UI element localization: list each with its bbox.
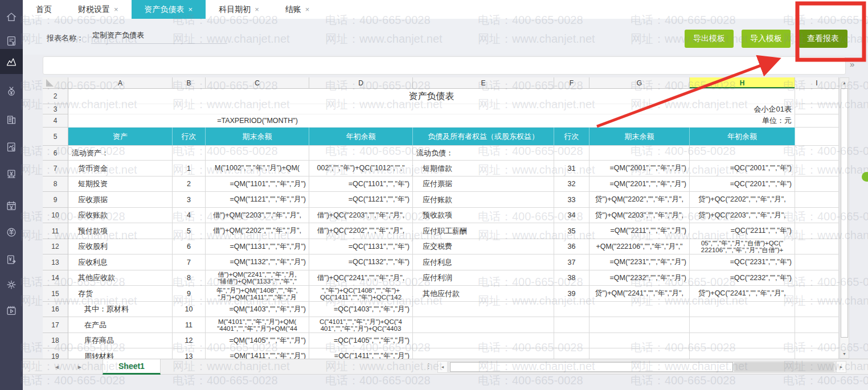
cell-A16[interactable]: 其中：原材料 [68, 302, 173, 317]
cell-G10[interactable]: 贷")+QM("2203","","年","月", [589, 208, 690, 223]
cell-E10[interactable]: 预收款项 [413, 208, 554, 223]
cell-A19[interactable]: 周转材料 [68, 348, 173, 359]
cell-G15[interactable]: 贷")+QM("2241","","年","月", [589, 286, 690, 302]
cell-H14[interactable]: =QC("2232","","年") [690, 270, 795, 286]
row-header-10[interactable]: 10 [43, 208, 68, 223]
cell-D5[interactable]: 年初余额 [309, 128, 413, 146]
row-header-15[interactable]: 15 [43, 286, 68, 302]
row-header-18[interactable]: 18 [43, 333, 68, 348]
cell-H15[interactable]: 贷")+QC("2241","","年","月", [690, 286, 795, 302]
cell-B5[interactable]: 行次 [173, 128, 206, 146]
cell-B16[interactable]: 10 [173, 302, 206, 317]
sidebar-item-tax[interactable] [0, 220, 23, 245]
cell-F11[interactable]: 35 [554, 223, 589, 239]
cell-E14[interactable]: 应付利润 [413, 270, 554, 286]
cell-H17[interactable] [690, 317, 795, 333]
row-header-16[interactable]: 16 [43, 302, 68, 317]
cell-I7[interactable] [795, 161, 839, 176]
cell-A11[interactable]: 预付款项 [68, 223, 173, 239]
cell-E9[interactable]: 应付账款 [413, 192, 554, 208]
cell-A17[interactable]: 在产品 [68, 317, 173, 333]
select-all-corner[interactable] [43, 77, 68, 89]
cell-F17[interactable] [554, 317, 589, 333]
row-header-9[interactable]: 9 [43, 192, 68, 208]
row-header-5[interactable]: 5 [43, 128, 68, 146]
cell-G12[interactable]: +QM("222106","","年","月"," [589, 239, 690, 254]
cell-H11[interactable]: =QC("2211","","年") [690, 223, 795, 239]
cell-E12[interactable]: 应交税费 [413, 239, 554, 254]
column-header-F[interactable]: F [554, 77, 589, 89]
cell-C13[interactable]: =QM("1132","","年","月") [206, 254, 309, 270]
cell-C10[interactable]: 借")+QM("2203","","年","月", [206, 208, 309, 223]
sheet-nav-left-icon[interactable]: ◄ [54, 359, 60, 375]
cell-E15[interactable]: 其他应付款 [413, 286, 554, 302]
sidebar-item-home[interactable] [0, 5, 23, 30]
cell-B14[interactable]: 8 [173, 270, 206, 286]
cell-G7[interactable]: =QM("2001","","年","月") [589, 161, 690, 176]
cell-E19[interactable] [413, 348, 554, 359]
cell-F10[interactable]: 34 [554, 208, 589, 223]
row-header-17[interactable]: 17 [43, 317, 68, 333]
cell-A10[interactable]: 应收账款 [68, 208, 173, 223]
cell-B10[interactable]: 4 [173, 208, 206, 223]
formula-input[interactable] [43, 56, 846, 75]
cell-G11[interactable]: =QM("2211","","年","月") [589, 223, 690, 239]
sidebar-item-statements[interactable] [0, 134, 23, 159]
export-template-button[interactable]: 导出模板 [685, 30, 734, 48]
row-header-14[interactable]: 14 [43, 270, 68, 286]
cell-C19[interactable]: =QM("1411","","年","月") [206, 348, 309, 359]
cell-I15[interactable] [795, 286, 839, 302]
report-name-input[interactable] [91, 27, 227, 44]
row-header-4[interactable]: 4 [43, 114, 68, 128]
cell-D8[interactable]: =QC("1101","","年") [309, 176, 413, 192]
cell-D7[interactable]: 002","","年")+QC("1012",""," [309, 161, 413, 176]
cell-C16[interactable]: =QM("1403","","年","月") [206, 302, 309, 317]
cell-A15[interactable]: 存货 [68, 286, 173, 302]
row-header-11[interactable]: 11 [43, 223, 68, 239]
cell-A8[interactable]: 短期投资 [68, 176, 173, 192]
close-tab-icon[interactable]: × [114, 5, 118, 14]
cell-D10[interactable]: 借")+QC("2203","","年","月", [309, 208, 413, 223]
cell-D18[interactable]: =QC("1405","","年","月") [309, 333, 413, 348]
cell-D9[interactable]: =QC("1121","","年") [309, 192, 413, 208]
cell-H16[interactable] [690, 302, 795, 317]
sidebar-item-funds[interactable] [0, 79, 23, 104]
cell-G19[interactable] [589, 348, 690, 359]
tab-opening-balance[interactable]: 科目期初× [206, 0, 272, 19]
scroll-down-icon[interactable]: ▼ [840, 349, 849, 358]
cell-H13[interactable]: =QC("2231","","年") [690, 254, 795, 270]
cell-I17[interactable] [795, 317, 839, 333]
cell-E6[interactable]: 流动负债： [413, 146, 554, 161]
cell-G18[interactable] [589, 333, 690, 348]
row-header-6[interactable]: 6 [43, 146, 68, 161]
cell-I3[interactable] [795, 104, 839, 114]
cell-I12[interactable] [795, 239, 839, 254]
sheet-tab-sheet1[interactable]: Sheet1 [103, 359, 161, 375]
sidebar-item-settings[interactable] [0, 272, 23, 297]
cell-A9[interactable]: 应收票据 [68, 192, 173, 208]
cell-G16[interactable] [589, 302, 690, 317]
cell-I4[interactable] [795, 114, 839, 128]
cell-H6[interactable] [690, 146, 795, 161]
cell-H19[interactable] [690, 348, 795, 359]
cell-D12[interactable]: =QC("1131","","年") [309, 239, 413, 254]
column-header-B[interactable]: B [173, 77, 206, 89]
cell-G14[interactable]: =QM("2232","","年","月") [589, 270, 690, 286]
column-header-A[interactable]: A [68, 77, 173, 89]
expand-formula-bar-icon[interactable]: » [850, 60, 854, 68]
horizontal-scrollbar-track[interactable] [448, 361, 836, 373]
cell-G5[interactable]: 期末余额 [589, 128, 690, 146]
cell-D13[interactable]: =QC("1132","","年") [309, 254, 413, 270]
cell-H5[interactable]: 年初余额 [690, 128, 795, 146]
cell-G17[interactable] [589, 317, 690, 333]
cell-C8[interactable]: =QM("1101","","年","月") [206, 176, 309, 192]
row-header-12[interactable]: 12 [43, 239, 68, 254]
cell-E11[interactable]: 应付职工薪酬 [413, 223, 554, 239]
cell-B7[interactable]: 1 [173, 161, 206, 176]
cell-B8[interactable]: 2 [173, 176, 206, 192]
cell-B18[interactable]: 12 [173, 333, 206, 348]
cell-C15[interactable]: 年","月")+QM("1408","","年", "月")+QM("1411"… [206, 286, 309, 302]
cell-F18[interactable] [554, 333, 589, 348]
cell-D11[interactable]: 借")+QC("2202","","年","月", [309, 223, 413, 239]
horizontal-scrollbar[interactable]: ◄ ► [437, 361, 846, 373]
